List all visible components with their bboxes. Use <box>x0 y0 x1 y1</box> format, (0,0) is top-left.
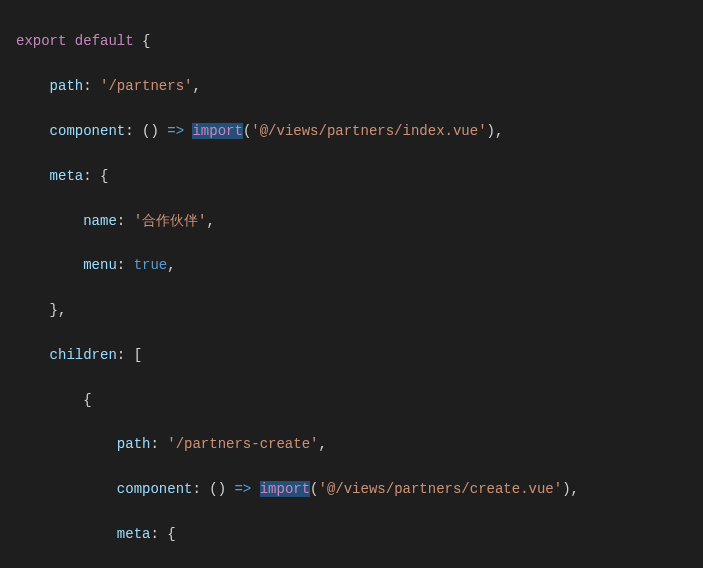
string-value: '@/views/partners/index.vue' <box>251 123 486 139</box>
property: component <box>50 123 126 139</box>
keyword-default: default <box>75 33 134 49</box>
code-line: menu: true, <box>16 254 687 276</box>
code-line: component: () => import('@/views/partner… <box>16 120 687 142</box>
keyword-import: import <box>192 123 242 139</box>
code-line: meta: { <box>16 523 687 545</box>
property: menu <box>83 257 117 273</box>
property: meta <box>117 526 151 542</box>
property: meta <box>50 168 84 184</box>
property: path <box>117 436 151 452</box>
code-line: { <box>16 389 687 411</box>
property: name <box>83 213 117 229</box>
string-value: '合作伙伴' <box>134 213 207 229</box>
string-value: '/partners' <box>100 78 192 94</box>
string-value: '/partners-create' <box>167 436 318 452</box>
code-line: meta: { <box>16 165 687 187</box>
code-line: path: '/partners', <box>16 75 687 97</box>
string-value: '@/views/partners/create.vue' <box>319 481 563 497</box>
code-line: children: [ <box>16 344 687 366</box>
property: component <box>117 481 193 497</box>
arrow-function: => <box>167 123 184 139</box>
brace: { <box>83 392 91 408</box>
code-line: name: '合作伙伴', <box>16 210 687 232</box>
property: path <box>50 78 84 94</box>
code-line: component: () => import('@/views/partner… <box>16 478 687 500</box>
keyword-import: import <box>260 481 310 497</box>
code-line: export default { <box>16 30 687 52</box>
code-line: }, <box>16 299 687 321</box>
code-editor[interactable]: export default { path: '/partners', comp… <box>0 8 703 568</box>
arrow-function: => <box>234 481 251 497</box>
code-line: path: '/partners-create', <box>16 433 687 455</box>
keyword-true: true <box>134 257 168 273</box>
keyword-export: export <box>16 33 66 49</box>
brace: }, <box>50 302 67 318</box>
brace: { <box>134 33 151 49</box>
property: children <box>50 347 117 363</box>
